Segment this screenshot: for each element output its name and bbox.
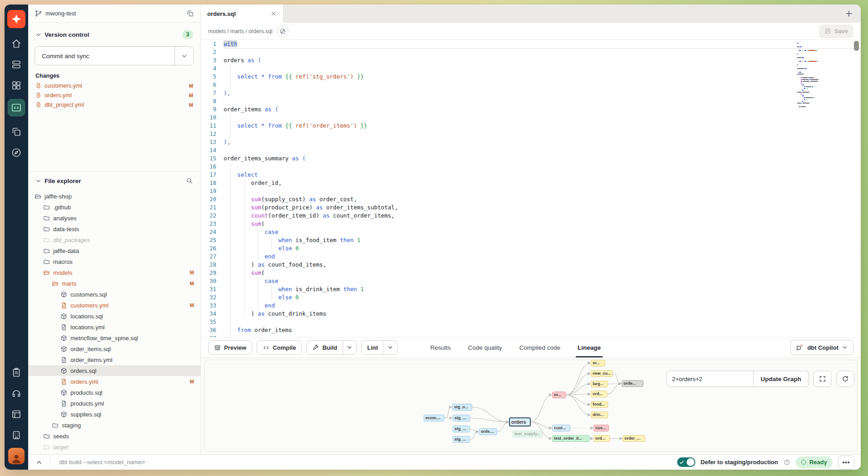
search-icon[interactable] [186,177,193,184]
code-line[interactable]: 25 when is_food_item then 1 [201,236,861,244]
defer-toggle[interactable] [677,457,695,467]
lineage-node-order_y[interactable]: order_... [623,435,645,442]
code-line[interactable]: 31 when is_drink_item then 1 [201,285,861,293]
code-line[interactable]: 36 from order_items [201,326,861,334]
tree-item-models[interactable]: modelsM [28,267,200,278]
code-line[interactable]: 23 sum( [201,220,861,228]
tree-item-products-sql[interactable]: products.sql [28,387,200,398]
lineage-node-or_p[interactable]: or... [552,392,566,398]
close-icon[interactable] [270,10,277,17]
code-line[interactable]: 27 end [201,253,861,261]
nav-home-icon[interactable] [11,38,22,49]
lineage-filter-input[interactable] [666,371,753,387]
lineage-node-test_s[interactable]: test_supply... [513,431,543,437]
tree-item--github[interactable]: .github [28,202,200,213]
code-line[interactable]: 34 ) as count_drink_items [201,310,861,318]
code-line[interactable]: 15order_items_summary as ( [201,154,861,163]
tree-item-marts[interactable]: martsM [28,278,200,289]
code-line[interactable]: 28 ) as count_food_items, [201,261,861,269]
tree-item-locations-yml[interactable]: locations.yml [28,322,200,332]
code-line[interactable]: 3orders as ( [201,56,861,64]
dbt-copilot-button[interactable]: dbt Copilot [790,340,853,355]
tree-item-target[interactable]: target [28,441,200,452]
lineage-node-new_cu[interactable]: new_cu... [591,370,613,377]
code-line[interactable]: 2 [201,48,861,56]
command-placeholder[interactable]: dbt build --select <model_name> [59,459,145,466]
tree-item-order-items-sql[interactable]: order_items.sql [28,343,200,354]
lint-dropdown-chevron[interactable] [384,341,397,354]
new-tab-icon[interactable] [844,9,853,18]
change-item[interactable]: customers.ymlM [28,81,200,90]
tree-item-jaffle-data[interactable]: jaffle-data [28,245,200,256]
dbt-logo[interactable] [7,10,25,28]
tree-item-seeds[interactable]: seeds [28,431,200,441]
tab-lineage[interactable]: Lineage [578,337,601,357]
code-line[interactable]: 35 [201,318,861,326]
lineage-node-stg_b[interactable]: stg_... [453,415,470,421]
nav-deploy-icon[interactable] [11,59,22,70]
code-line[interactable]: 12 [201,130,861,138]
change-item[interactable]: dbt_project.ymlM [28,100,200,109]
lineage-node-stg_d[interactable]: stg_... [453,436,470,443]
code-line[interactable]: 10 [201,114,861,122]
code-line[interactable]: 19 [201,187,861,195]
lineage-node-cus_p[interactable]: cus... [594,425,609,431]
nav-org-icon[interactable] [11,430,22,441]
code-line[interactable]: 9order_items as ( [201,105,861,114]
code-line[interactable]: 17 select [201,171,861,179]
code-line[interactable]: 26 else 0 [201,244,861,253]
tree-item-orders-yml[interactable]: orders.ymlM [28,376,200,387]
copy-icon[interactable] [186,10,194,17]
code-line[interactable]: 30 case [201,277,861,285]
branch-name[interactable]: mwong-test [45,10,76,17]
lineage-node-test_oi[interactable]: test_order_it... [552,435,589,442]
tab-results[interactable]: Results [430,337,451,357]
chevron-down-icon[interactable] [35,178,41,184]
nav-panel-icon[interactable] [11,409,22,420]
nav-docs-icon[interactable] [11,126,22,137]
code-line[interactable]: 21 sum(product_price) as order_items_sub… [201,203,861,212]
tree-item-staging[interactable]: staging [28,420,200,431]
code-line[interactable]: 37 [201,334,861,337]
change-item[interactable]: orders.ymlM [28,90,200,100]
code-line[interactable]: 18 order_id, [201,179,861,187]
code-line[interactable]: 11 select * from {{ ref('order_items') }… [201,122,861,130]
code-line[interactable]: 14 [201,146,861,154]
nav-clipboard-icon[interactable] [11,367,22,378]
save-button[interactable]: Save [819,25,853,38]
nav-apps-icon[interactable] [11,80,22,91]
lineage-node-stg_c[interactable]: stg_... [453,426,470,432]
lineage-node-larg[interactable]: larg... [591,381,608,387]
view-lineage-button[interactable] [277,25,289,37]
tree-item-jaffle-shop[interactable]: jaffle-shop [28,191,200,202]
tree-item-locations-sql[interactable]: locations.sql [28,311,200,322]
editor-scrollbar[interactable] [854,41,859,329]
compile-button[interactable]: Compile [257,340,302,355]
lint-button[interactable]: Lint [361,340,398,355]
code-line[interactable]: 20 sum(supply_cost) as order_cost, [201,195,861,203]
commit-and-sync-button[interactable]: Commit and sync [35,46,194,65]
code-line[interactable]: 1with [201,40,861,48]
update-graph-button[interactable]: Update Graph [753,371,809,387]
lineage-node-or_y[interactable]: or... [591,360,605,367]
tree-item-supplies-sql[interactable]: supplies.sql [28,409,200,420]
code-line[interactable]: 16 [201,163,861,171]
lineage-node-orders[interactable]: orders [509,417,531,426]
help-icon[interactable] [783,459,790,466]
code-line[interactable]: 24 case [201,228,861,236]
lineage-node-cust[interactable]: cust... [552,425,570,431]
editor-minimap[interactable] [797,43,834,110]
code-line[interactable]: 32 else 0 [201,293,861,302]
chevron-down-icon[interactable] [35,32,41,38]
code-line[interactable]: 4 [201,64,861,73]
tree-item-macros[interactable]: macros [28,256,200,267]
commit-dropdown-chevron[interactable] [175,47,194,65]
lineage-node-ecom[interactable]: ecom.... [424,415,444,421]
ready-status-badge[interactable]: Ready [796,456,833,468]
code-editor[interactable]: 1with23orders as (45 select * from {{ re… [201,40,861,337]
preview-button[interactable]: Preview [208,340,252,355]
tree-item-products-yml[interactable]: products.yml [28,398,200,409]
nav-develop-icon-active[interactable] [8,99,25,116]
lineage-node-orde_g[interactable]: orde... [622,380,644,387]
overflow-menu-button[interactable]: ••• [838,456,854,469]
